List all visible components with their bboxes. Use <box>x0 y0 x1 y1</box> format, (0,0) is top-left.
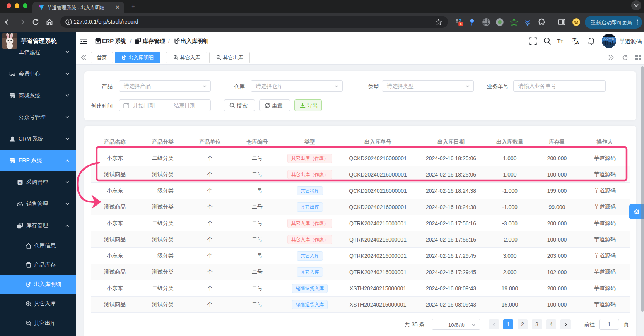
table-row-3[interactable]: 小东东二级分类个二号其它出库QCKD202402160000012024-02-… <box>91 183 630 199</box>
boxa-icon: A <box>17 179 23 185</box>
user-avatar[interactable]: 文心一言 <box>602 34 616 48</box>
extension-star-icon[interactable] <box>510 18 518 26</box>
browser-tab[interactable]: 芋道管理系统 - 出入库明细 ✕ <box>32 2 124 13</box>
date-range-picker[interactable]: 开始日期 – 结束日期 <box>119 99 211 111</box>
browser-menu-kebab-icon[interactable] <box>634 19 641 25</box>
table-row-8[interactable]: 测试商品测试分类个二号其它入库QTRK202402160000012024-02… <box>91 264 630 280</box>
browser-update-button[interactable]: 重新启动即可更新 <box>585 16 642 29</box>
sidebar-item-label: 销售管理 <box>26 201 48 207</box>
sidebar-item-8[interactable]: 销售管理 <box>0 193 76 215</box>
type-tag: 其它入库 <box>297 267 323 277</box>
search-button[interactable]: 搜索 <box>224 99 255 111</box>
sidebar-item-5[interactable]: CRM 系统 <box>0 128 76 150</box>
bizno-input[interactable]: 请输入业务单号 <box>513 80 606 92</box>
emoji-extension-icon[interactable] <box>572 18 581 26</box>
view-tab-label: 其它出库 <box>223 55 243 60</box>
breadcrumb-item[interactable]: 出入库明细 <box>181 32 209 51</box>
page-scrollbar-thumb[interactable] <box>641 66 644 312</box>
extensions-puzzle-icon[interactable] <box>538 18 546 26</box>
layout-grid-button[interactable] <box>632 51 644 64</box>
record-icon <box>121 55 126 60</box>
view-tab-3[interactable]: 其它入库 <box>166 52 207 63</box>
font-size-icon[interactable]: T T <box>557 37 565 45</box>
extension-chevrons-icon[interactable] <box>523 18 532 26</box>
sidebar-item-13[interactable]: 其它入库 <box>0 294 76 314</box>
tab-search-button[interactable] <box>631 0 641 10</box>
notification-bell-icon[interactable] <box>588 37 595 45</box>
refresh-view-button[interactable] <box>618 51 632 64</box>
fullscreen-icon[interactable] <box>529 37 537 45</box>
extension-record-dot-icon[interactable] <box>495 18 504 26</box>
sidebar-item-4[interactable]: 公众号管理 <box>0 106 76 128</box>
traffic-close-button[interactable] <box>7 3 11 8</box>
sidebar-item-7[interactable]: A采购管理 <box>0 171 76 193</box>
page-button-2[interactable]: 2 <box>518 319 528 329</box>
page-button-1[interactable]: 1 <box>503 319 513 329</box>
forward-button[interactable] <box>17 18 26 26</box>
address-bar[interactable]: 127.0.0.1/erp/stock/record <box>60 16 448 28</box>
table-row-2[interactable]: 测试商品测试分类个二号其它出库（作废）QCKD20240216000001202… <box>91 166 630 183</box>
sidebar-item-12[interactable]: 出入库明细 <box>0 275 76 294</box>
sidebar-item-2[interactable]: 会员中心 <box>0 63 76 85</box>
extension-grid-badge-icon[interactable]: 6 <box>455 18 464 26</box>
product-select[interactable]: 请选择产品 <box>119 80 211 92</box>
column-header: 仓库编号 <box>234 139 281 146</box>
back-button[interactable] <box>3 18 12 26</box>
view-tab-4[interactable]: 其它出库 <box>209 52 250 63</box>
prev-page-button[interactable] <box>489 319 499 329</box>
sidebar-item-11[interactable]: 产品库存 <box>0 255 76 275</box>
breadcrumb-item[interactable]: ERP 系统 <box>102 32 126 51</box>
username-text[interactable]: 芋道源码 <box>619 38 642 45</box>
cell-category: 测试分类 <box>139 171 186 178</box>
sidebar-item-9[interactable]: 库存管理 <box>0 215 76 237</box>
table-row-4[interactable]: 测试商品测试分类个二号其它出库QCKD202402160000012024-02… <box>91 199 630 215</box>
reload-button[interactable] <box>31 18 40 26</box>
cell-unit: 个 <box>186 171 234 178</box>
page-button-4[interactable]: 4 <box>546 319 556 329</box>
goto-page-input[interactable]: 1 <box>599 319 619 330</box>
view-tab-1[interactable]: 首页 <box>91 52 113 63</box>
warehouse-select[interactable]: 请选择仓库 <box>251 80 343 92</box>
table-row-9[interactable]: 小东东二级分类个二号销售退货入库XSTH202402150000012024-0… <box>91 280 630 297</box>
table-row-7[interactable]: 小东东二级分类个二号其它入库QTRK202402160000012024-02-… <box>91 248 630 264</box>
zoomout-icon <box>26 320 32 326</box>
extension-kite-icon[interactable] <box>468 18 476 26</box>
cell-date: 2024-02-16 18:24:38 <box>417 188 485 194</box>
cell-qty: 19.000 <box>485 285 535 291</box>
sidebar-item-6[interactable]: ERP 系统 <box>0 150 76 171</box>
type-select[interactable]: 请选择类型 <box>382 80 474 92</box>
cell-stock: 200.000 <box>535 220 579 226</box>
language-icon[interactable]: 文 A <box>572 37 580 45</box>
new-tab-button[interactable]: + <box>129 2 137 10</box>
table-row-6[interactable]: 测试商品测试分类个二号其它入库（作废）QTRK20240216000001202… <box>91 231 630 248</box>
sidebar-item-3[interactable]: 商城系统 <box>0 85 76 106</box>
export-button[interactable]: 导出 <box>294 99 322 111</box>
page-button-3[interactable]: 3 <box>532 319 542 329</box>
bookmark-star-icon[interactable] <box>435 19 442 26</box>
extension-command-icon[interactable] <box>482 18 490 26</box>
scroll-tabs-right-button[interactable] <box>604 51 618 64</box>
table-row-1[interactable]: 小东东二级分类个二号其它出库（作废）QCKD202402160000012024… <box>91 150 630 166</box>
cup-icon <box>26 262 32 268</box>
cell-category: 二级分类 <box>139 187 186 194</box>
cell-category: 测试分类 <box>139 236 186 243</box>
page-size-select[interactable]: 10条/页 <box>432 319 480 330</box>
table-row-10[interactable]: 测试商品测试分类个二号销售退货入库XSTH202402150000012024-… <box>91 297 630 313</box>
side-panel-icon[interactable] <box>557 18 566 26</box>
home-button[interactable] <box>45 18 54 26</box>
table-row-5[interactable]: 小东东二级分类个二号其它入库（作废）QTRK202402160000012024… <box>91 215 630 231</box>
sidebar-logo[interactable]: 芋道管理系统 <box>0 32 76 50</box>
reset-button[interactable]: 重置 <box>259 99 290 111</box>
next-page-button[interactable] <box>560 319 571 329</box>
search-icon[interactable] <box>543 37 551 45</box>
scroll-tabs-left-icon[interactable] <box>80 55 87 60</box>
sidebar-item-14[interactable]: 其它出库 <box>0 314 76 333</box>
view-tab-2[interactable]: 出入库明细 <box>115 52 160 63</box>
traffic-zoom-button[interactable] <box>23 3 27 8</box>
traffic-minimize-button[interactable] <box>15 3 19 8</box>
breadcrumb-item[interactable]: 库存管理 <box>143 32 165 51</box>
site-info-icon[interactable] <box>65 18 72 26</box>
sidebar-item-10[interactable]: 仓库信息 <box>0 236 76 255</box>
tab-close-icon[interactable]: ✕ <box>115 5 120 10</box>
collapse-sidebar-icon[interactable] <box>80 38 87 45</box>
